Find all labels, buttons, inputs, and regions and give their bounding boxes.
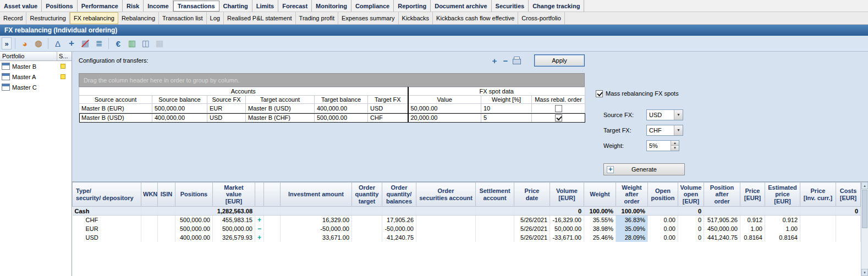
chevron-down-icon[interactable]: ▼ <box>674 110 683 120</box>
vertical-scrollbar[interactable]: ▲ ▼ <box>861 182 868 276</box>
positions-col-order-securities-account[interactable]: Order securities account <box>416 183 476 207</box>
globe-icon[interactable]: ◍ <box>32 37 45 49</box>
target-fx-select[interactable]: CHF ▼ <box>646 125 683 136</box>
menu-item-income[interactable]: Income <box>144 0 173 12</box>
positions-group-row[interactable]: Cash1,282,563.080100.00%100.00%00 <box>73 207 861 216</box>
positions-col-isin[interactable]: ISIN <box>158 183 175 207</box>
pie-chart-icon[interactable]: ◕ <box>19 37 31 49</box>
positions-row[interactable]: USD400,000.00326,579.93+33,671.0041,240.… <box>73 233 861 242</box>
menu-item-positions[interactable]: Positions <box>42 0 78 12</box>
menu-item-forecast[interactable]: Forecast <box>278 0 312 12</box>
source-fx-select[interactable]: USD ▼ <box>646 109 683 120</box>
menu-item-charting[interactable]: Charting <box>219 0 252 12</box>
mass-rebal-order-checkbox[interactable] <box>555 105 562 112</box>
scrollbar-track[interactable] <box>861 229 868 269</box>
menu-item-compliance[interactable]: Compliance <box>351 0 394 12</box>
positions-col-type-security-depository[interactable]: Type/ security/ depository <box>73 183 141 207</box>
positions-col-weight-after-order[interactable]: Weight after order <box>616 183 648 207</box>
sliders-icon[interactable]: ≣ <box>93 37 105 49</box>
positions-col-positions[interactable]: Positions <box>175 183 213 207</box>
subtab-trading-profit[interactable]: Trading profit <box>296 12 338 24</box>
chevron-down-icon[interactable]: ▼ <box>674 125 683 135</box>
config-col-mass-rebal-order[interactable]: Mass rebal. order <box>532 96 585 104</box>
positions-col-open-position[interactable]: Open position <box>648 183 678 207</box>
spin-down-icon[interactable]: ▼ <box>671 146 679 151</box>
subtab-kickbacks[interactable]: Kickbacks <box>399 12 433 24</box>
menu-item-transactions[interactable]: Transactions <box>173 1 219 12</box>
add-transfer-icon[interactable]: + <box>489 55 500 66</box>
portfolio-item-master-c[interactable]: Master C <box>0 82 72 92</box>
bar-chart-icon[interactable]: ▥ <box>126 37 138 49</box>
menu-item-reporting[interactable]: Reporting <box>394 0 431 12</box>
menu-item-document-archive[interactable]: Document archive <box>431 0 491 12</box>
positions-col-market-value-eur[interactable]: Market value [EUR] <box>213 183 255 207</box>
menu-item-limits[interactable]: Limits <box>252 0 278 12</box>
add-info-icon[interactable]: + <box>65 37 78 49</box>
scroll-up-icon[interactable]: ▲ <box>861 182 868 189</box>
portfolio-item-master-a[interactable]: Master A <box>0 71 72 82</box>
table-disabled-icon[interactable]: ▦ <box>153 37 166 49</box>
menu-item-monitoring[interactable]: Monitoring <box>312 0 351 12</box>
portfolio-column-header[interactable]: Portfolio <box>0 52 57 60</box>
positions-col-price-date[interactable]: Price date <box>514 183 550 207</box>
config-col-source-balance[interactable]: Source balance <box>152 96 207 104</box>
subtab-rebalancing[interactable]: Rebalancing <box>118 12 159 24</box>
scroll-down-icon[interactable]: ▼ <box>861 269 868 276</box>
print-icon[interactable] <box>511 55 522 66</box>
positions-col-estimated-price-eur[interactable]: Estimated price [EUR] <box>765 183 800 207</box>
remove-transfer-icon[interactable]: − <box>500 55 511 66</box>
positions-col-settlement-account[interactable]: Settlement account <box>476 183 514 207</box>
subtab-realised-p-l-statement[interactable]: Realised P&L statement <box>224 12 296 24</box>
chart-search-icon[interactable]: ◫ <box>140 37 152 49</box>
positions-col-volume-eur[interactable]: Volume [EUR] <box>550 183 584 207</box>
delta-icon[interactable]: Δ <box>52 37 64 49</box>
positions-col-weight[interactable]: Weight <box>584 183 616 207</box>
subtab-transaction-list[interactable]: Transaction list <box>159 12 207 24</box>
transfer-row[interactable]: Master B (USD)400,000.00USDMaster B (CHF… <box>79 113 585 123</box>
subtab-cross-portfolio[interactable]: Cross-portfolio <box>518 12 565 24</box>
positions-col-order-quantity-balances[interactable]: Order quantity/ balances <box>382 183 416 207</box>
expand-icon[interactable]: » <box>2 37 12 49</box>
config-col-target-account[interactable]: Target account <box>246 96 315 104</box>
subtab-log[interactable]: Log <box>207 12 224 24</box>
subtab-kickbacks-cash-flow-effective[interactable]: Kickbacks cash flow effective <box>433 12 518 24</box>
menu-item-asset-value[interactable]: Asset value <box>0 0 42 12</box>
config-col-source-fx[interactable]: Source FX <box>207 96 246 104</box>
positions-row[interactable]: EUR500,000.00500,000.00−-50,000.00-50,00… <box>73 224 861 233</box>
transfer-row[interactable]: Master B (EUR)500,000.00EURMaster B (USD… <box>79 104 585 113</box>
config-col-value[interactable]: Value <box>408 96 481 104</box>
euro-icon[interactable]: € <box>112 37 124 49</box>
positions-col-empty-5[interactable] <box>255 183 264 207</box>
mass-rebalancing-checkbox-row[interactable]: Mass rebalancing FX spots <box>594 89 709 98</box>
positions-col-order-quantity-target[interactable]: Order quantity target <box>352 183 382 207</box>
generate-button[interactable]: Generate <box>603 163 685 175</box>
positions-row[interactable]: CHF500,000.00455,983.15+16,329.0017,905.… <box>73 216 861 225</box>
config-col-target-fx[interactable]: Target FX <box>368 96 408 104</box>
positions-col-volume-open-eur[interactable]: Volume open [EUR] <box>678 183 704 207</box>
positions-col-empty-6[interactable] <box>264 183 281 207</box>
status-column-header[interactable]: S... <box>57 52 72 60</box>
subtab-restructuring[interactable]: Restructuring <box>26 12 69 24</box>
positions-col-price-eur[interactable]: Price [EUR] <box>740 183 765 207</box>
positions-col-position-after-order[interactable]: Position after order <box>704 183 740 207</box>
apply-button[interactable]: Apply <box>534 54 585 67</box>
positions-col-costs-eur[interactable]: Costs [EUR] <box>836 183 861 207</box>
scrollbar-thumb[interactable] <box>862 190 867 228</box>
spin-up-icon[interactable]: ▲ <box>671 141 679 146</box>
config-col-weight[interactable]: Weight [%] <box>481 96 532 104</box>
no-chart-icon[interactable]: ▦ <box>79 37 91 49</box>
positions-col-wkn[interactable]: WKN <box>141 183 158 207</box>
positions-col-price-inv-curr[interactable]: Price [Inv. curr.] <box>800 183 836 207</box>
menu-item-risk[interactable]: Risk <box>123 0 144 12</box>
weight-spinner[interactable]: 5% ▲ ▼ <box>646 140 679 151</box>
mass-rebalancing-checkbox[interactable] <box>596 90 603 97</box>
config-col-target-balance[interactable]: Target balance <box>315 96 368 104</box>
subtab-fx-rebalancing[interactable]: FX rebalancing <box>70 12 118 24</box>
menu-item-change-tracking[interactable]: Change tracking <box>529 0 584 12</box>
menu-item-securities[interactable]: Securities <box>492 0 529 12</box>
config-col-source-account[interactable]: Source account <box>79 96 152 104</box>
subtab-expenses-summary[interactable]: Expenses summary <box>338 12 399 24</box>
group-by-bar[interactable]: Drag the column header here in order to … <box>79 73 585 87</box>
mass-rebal-order-checkbox[interactable] <box>555 114 562 122</box>
positions-col-investment-amount[interactable]: Investment amount <box>281 183 352 207</box>
